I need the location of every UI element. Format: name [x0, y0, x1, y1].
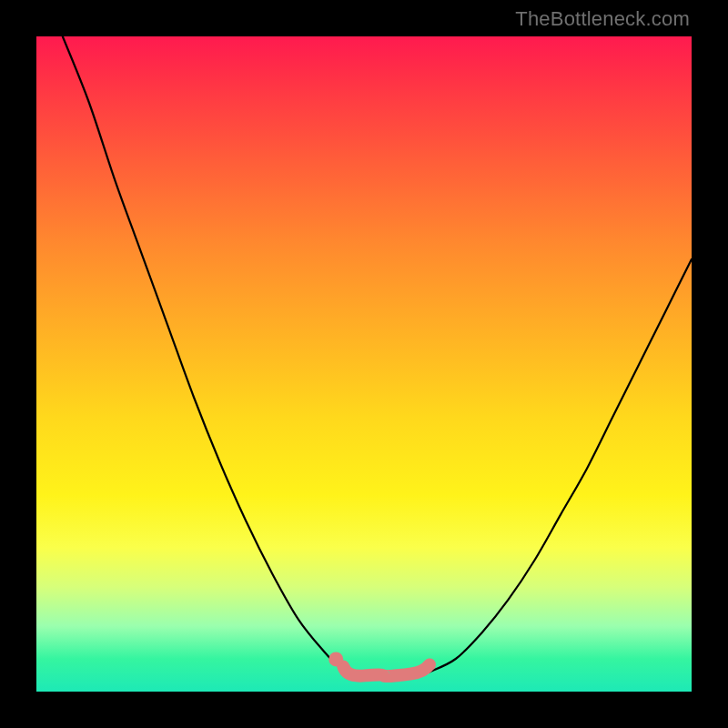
right-curve: [430, 259, 692, 672]
left-curve: [63, 36, 351, 672]
optimal-range-start-dot: [329, 652, 343, 666]
chart-frame: TheBottleneck.com: [0, 0, 728, 728]
curve-svg: [36, 36, 692, 692]
plot-area: [36, 36, 692, 692]
optimal-range-band: [343, 664, 430, 676]
watermark-text: TheBottleneck.com: [515, 7, 690, 31]
